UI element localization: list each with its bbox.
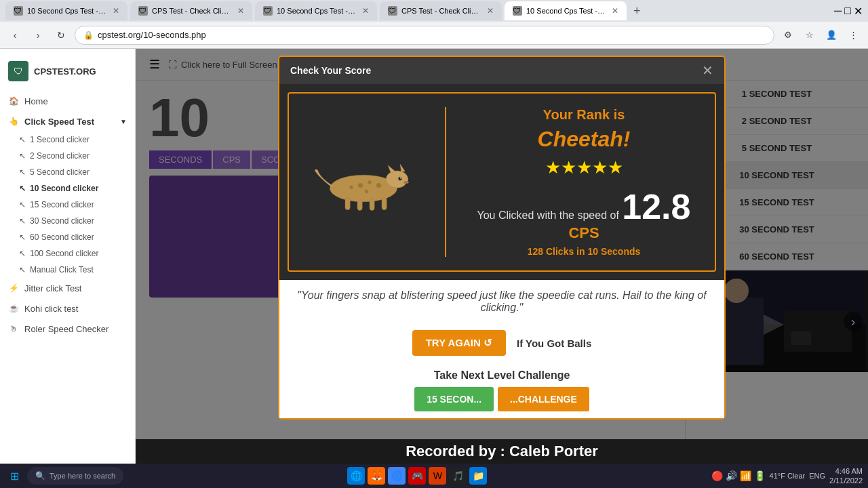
sidebar-2sec-label: 2 Second clicker — [30, 151, 90, 161]
start-button[interactable]: ⊞ — [5, 467, 23, 485]
taskbar-start: ⊞ 🔍 Type here to search — [5, 467, 123, 485]
rank-name: Cheetah! — [467, 127, 701, 152]
sidebar-item-click-speed[interactable]: 👆 Click Speed Test ▼ — [0, 111, 135, 131]
sidebar-manual-label: Manual Click Test — [30, 265, 94, 274]
challenge-btn[interactable]: ...CHALLENGE — [498, 387, 589, 411]
back-button[interactable]: ‹ — [5, 26, 24, 45]
taskbar-steam[interactable]: 🎮 — [408, 467, 426, 485]
taskbar-office[interactable]: W — [429, 467, 446, 485]
cursor-icon-9: ↖ — [19, 265, 26, 274]
tab-2-title: CPS Test - Check Clicks per Sec... — [152, 7, 231, 15]
taskbar-center: 🌐 🦊 🌀 🎮 W 🎵 📁 — [347, 467, 487, 485]
sidebar-item-5sec[interactable]: ↖ 5 Second clicker — [0, 164, 135, 180]
taskbar-search-box[interactable]: 🔍 Type here to search — [27, 467, 123, 485]
sidebar-item-60sec[interactable]: ↖ 60 Second clicker — [0, 229, 135, 245]
svg-point-22 — [349, 185, 353, 188]
cheetah-image — [302, 152, 425, 213]
jitter-icon: ⚡ — [8, 283, 19, 293]
sidebar-click-label: Click Speed Test — [24, 117, 94, 127]
tab-2-close[interactable]: ✕ — [237, 6, 244, 16]
tab-3[interactable]: 🛡 10 Second Cps Test - Checks Cl... ✕ — [255, 1, 377, 20]
sidebar-item-2sec[interactable]: ↖ 2 Second clicker — [0, 148, 135, 164]
modal-title: Check Your Score — [290, 65, 371, 76]
modal-body: Your Rank is Cheetah! ★★★★★ You Clicked … — [279, 92, 724, 418]
taskbar-edge[interactable]: 🌐 — [347, 467, 365, 485]
taskbar-clock: 4:46 AM 2/11/2022 — [829, 466, 863, 486]
kohi-icon: ☕ — [8, 303, 19, 314]
sidebar-item-manual[interactable]: ↖ Manual Click Test — [0, 262, 135, 278]
tray-icon-4[interactable]: 🔋 — [754, 470, 766, 481]
tab-2[interactable]: 🛡 CPS Test - Check Clicks per Sec... ✕ — [130, 1, 252, 20]
sidebar-item-15sec[interactable]: ↖ 15 Second clicker — [0, 197, 135, 213]
home-icon: 🏠 — [8, 96, 19, 106]
search-icon: 🔍 — [35, 471, 45, 481]
if-you-text: If You Got Balls — [517, 338, 591, 349]
taskbar-right: 🔴 🔊 📶 🔋 41°F Clear ENG 4:46 AM 2/11/2022 — [711, 466, 863, 486]
bookmark-icon[interactable]: ☆ — [800, 26, 819, 45]
sidebar-item-10sec[interactable]: ↖ 10 Second clicker — [0, 180, 135, 197]
sidebar-item-jitter[interactable]: ⚡ Jitter click Test — [0, 278, 135, 298]
svg-rect-17 — [357, 199, 362, 210]
forward-button[interactable]: › — [28, 26, 47, 45]
svg-point-20 — [358, 182, 363, 187]
taskbar-firefox[interactable]: 🦊 — [368, 467, 385, 485]
sidebar-item-roler[interactable]: 🖱 Roler Speed Checker — [0, 319, 135, 339]
sidebar-100sec-label: 100 Second clicker — [30, 249, 98, 258]
tab-1-favicon: 🛡 — [14, 6, 23, 16]
taskbar-chrome[interactable]: 🌀 — [388, 467, 406, 485]
modal-result-box: Your Rank is Cheetah! ★★★★★ You Clicked … — [288, 92, 716, 272]
sidebar-item-kohi[interactable]: ☕ Kohi click test — [0, 298, 135, 319]
sidebar-item-home[interactable]: 🏠 Home — [0, 91, 135, 111]
language-text: ENG — [809, 472, 825, 480]
address-bar[interactable]: 🔒 cpstest.org/10-seconds.php — [75, 26, 774, 45]
modal-close-button[interactable]: ✕ — [702, 64, 713, 77]
tab-1[interactable]: 🛡 10 Second Cps Test - Checks Cl... ✕ — [5, 1, 127, 20]
tray-icon-1[interactable]: 🔴 — [711, 470, 723, 481]
refresh-button[interactable]: ↻ — [52, 26, 71, 45]
sidebar-item-1sec[interactable]: ↖ 1 Second clicker — [0, 131, 135, 148]
roler-icon: 🖱 — [8, 323, 19, 334]
sidebar-item-30sec[interactable]: ↖ 30 Second clicker — [0, 213, 135, 229]
try-again-button[interactable]: TRY AGAIN ↺ — [412, 330, 506, 356]
tab-5-close[interactable]: ✕ — [612, 6, 618, 16]
taskbar-other[interactable]: 🎵 — [449, 467, 467, 485]
challenge-buttons: 15 SECON... ...CHALLENGE — [293, 387, 711, 411]
tab-4[interactable]: 🛡 CPS Test - Check Clicks per Sec... ✕ — [380, 1, 502, 20]
taskbar-search-text: Type here to search — [50, 472, 115, 480]
dropdown-arrow: ▼ — [120, 118, 127, 125]
window-minimize[interactable]: ─ — [834, 5, 842, 17]
tray-icon-3[interactable]: 📶 — [740, 470, 751, 481]
nav-bar: ‹ › ↻ 🔒 cpstest.org/10-seconds.php ⚙ ☆ 👤… — [0, 22, 868, 49]
time-display: 4:46 AM — [829, 466, 863, 476]
tab-3-close[interactable]: ✕ — [362, 6, 369, 16]
browser-frame: 🛡 10 Second Cps Test - Checks Cl... ✕ 🛡 … — [0, 0, 868, 488]
modal-divider — [445, 107, 446, 257]
taskbar-other2[interactable]: 📁 — [469, 467, 487, 485]
sidebar-15sec-label: 15 Second clicker — [30, 200, 94, 209]
nav-icons: ⚙ ☆ 👤 ⋮ — [778, 26, 863, 45]
extensions-icon[interactable]: ⚙ — [778, 26, 797, 45]
url-text: cpstest.org/10-seconds.php — [98, 30, 206, 40]
svg-rect-19 — [382, 197, 387, 209]
tab-5-title: 10 Second Cps Test - Checks Cl... — [526, 7, 605, 15]
menu-icon[interactable]: ⋮ — [844, 26, 863, 45]
tab-5[interactable]: 🛡 10 Second Cps Test - Checks Cl... ✕ — [505, 1, 627, 20]
svg-rect-18 — [370, 199, 374, 210]
cursor-icon-4: ↖ — [19, 184, 26, 193]
svg-rect-16 — [345, 197, 350, 209]
svg-marker-10 — [400, 164, 405, 172]
window-close[interactable]: ✕ — [854, 5, 863, 18]
tray-icon-2[interactable]: 🔊 — [726, 470, 737, 481]
profile-icon[interactable]: 👤 — [822, 26, 841, 45]
cursor-icon-2: ↖ — [19, 151, 26, 161]
logo-text: CPSTEST.ORG — [34, 66, 96, 77]
new-tab-button[interactable]: + — [629, 4, 645, 18]
challenge-15sec-button[interactable]: 15 SECON... — [414, 387, 494, 411]
tab-4-title: CPS Test - Check Clicks per Sec... — [401, 7, 480, 15]
tab-4-close[interactable]: ✕ — [487, 6, 494, 16]
window-maximize[interactable]: □ — [844, 5, 851, 17]
sidebar-item-100sec[interactable]: ↖ 100 Second clicker — [0, 245, 135, 262]
weather-text: 41°F Clear — [770, 472, 806, 480]
try-again-section: TRY AGAIN ↺ If You Got Balls — [279, 323, 724, 365]
tab-1-close[interactable]: ✕ — [113, 6, 119, 16]
